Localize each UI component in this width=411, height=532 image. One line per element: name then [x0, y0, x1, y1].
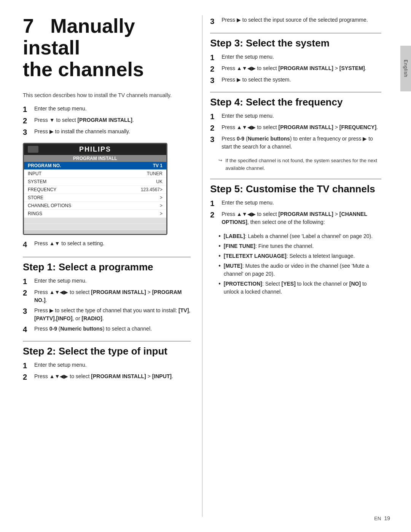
step5-bullets: • [LABEL]: Labels a channel (see 'Label …	[218, 232, 381, 296]
main-step-1-text: Enter the setup menu.	[34, 105, 87, 114]
step4-freq-item-1: 1 Enter the setup menu.	[210, 112, 381, 121]
step4-freq-text-3: Press 0-9 (Numeric buttons) to enter a f…	[221, 135, 381, 151]
tv-row-1: INPUT TUNER	[24, 169, 166, 177]
step3-text-1: Enter the setup menu.	[221, 53, 274, 62]
tv-row-0: PROGRAM NO. TV 1	[24, 162, 166, 170]
tv-row-4-label: STORE	[24, 193, 115, 201]
tv-row-2-label: SYSTEM	[24, 177, 115, 185]
tv-row-3-label: FREQUENCY	[24, 185, 115, 193]
step1-item-2: 2 Press ▲▼◀▶ to select [PROGRAM INSTALL]…	[23, 288, 191, 304]
tv-row-1-label: INPUT	[24, 169, 115, 177]
step-num-1: 1	[23, 105, 31, 114]
step5-heading: Step 5: Customise the TV channels	[210, 179, 381, 195]
step-num-2: 2	[23, 116, 31, 125]
intro-paragraph: This section describes how to install th…	[23, 91, 191, 99]
main-content: 7 Manually installthe channels This sect…	[0, 0, 400, 532]
step2-item-3: 3 Press ▶ to select the input source of …	[210, 17, 381, 26]
right-column: 3 Press ▶ to select the input source of …	[202, 15, 381, 517]
step1-heading: Step 1: Select a programme	[23, 257, 191, 273]
step4-note: ↪ If the specified channel is not found,…	[218, 157, 381, 172]
tv-row-4-value: >	[115, 193, 166, 201]
step5-bullet-5-text: [PROTECTION]: Select [YES] to lock the c…	[224, 280, 381, 296]
step5-text-2: Press ▲▼◀▶ to select [PROGRAM INSTALL] >…	[221, 210, 381, 226]
main-step-3-text: Press ▶ to install the channels manually…	[34, 128, 130, 137]
step1-item-4: 4 Press 0-9 (Numeric buttons) to select …	[23, 325, 191, 334]
step5-num-1: 1	[210, 199, 218, 208]
tv-header: PHILIPS	[24, 144, 166, 155]
tv-screen-mockup: PHILIPS PROGRAM INSTALL PROGRAM NO. TV 1…	[23, 143, 167, 235]
step1-list: 1 Enter the setup menu. 2 Press ▲▼◀▶ to …	[23, 277, 191, 334]
tv-icon	[28, 146, 38, 153]
step1-num-3: 3	[23, 307, 31, 323]
tv-empty-row-2	[24, 224, 166, 230]
step1-text-4: Press 0-9 (Numeric buttons) to select a …	[34, 325, 152, 334]
tv-row-0-label: PROGRAM NO.	[24, 162, 115, 170]
step2-num-2: 2	[23, 372, 31, 382]
tv-row-6-label: RINGS	[24, 209, 115, 217]
step4-note-text: If the specified channel is not found, t…	[225, 157, 381, 172]
main-step-2: 2 Press ▼ to select [PROGRAM INSTALL].	[23, 116, 191, 125]
step4-num: 4	[23, 240, 31, 249]
tv-brand: PHILIPS	[79, 145, 111, 153]
step5-item-1: 1 Enter the setup menu.	[210, 199, 381, 208]
step-num-3: 3	[23, 128, 31, 137]
chapter-number: 7	[23, 15, 34, 37]
step4-freq-num-1: 1	[210, 112, 218, 121]
tv-row-5-label: CHANNEL OPTIONS	[24, 201, 115, 209]
bullet-dot-1: •	[218, 232, 221, 240]
step2-list: 1 Enter the setup menu. 2 Press ▲▼◀▶ to …	[23, 361, 191, 382]
tv-row-1-value: TUNER	[115, 169, 166, 177]
step5-bullet-1: • [LABEL]: Labels a channel (see 'Label …	[218, 232, 381, 240]
bullet-dot-4: •	[218, 262, 221, 278]
step5-text-1: Enter the setup menu.	[221, 199, 274, 208]
language-tab-label: English	[403, 60, 408, 77]
step5-list: 1 Enter the setup menu. 2 Press ▲▼◀▶ to …	[210, 199, 381, 226]
step4-freq-text-1: Enter the setup menu.	[221, 112, 274, 121]
step3-heading: Step 3: Select the system	[210, 33, 381, 49]
step4-freq-item-2: 2 Press ▲▼◀▶ to select [PROGRAM INSTALL]…	[210, 123, 381, 133]
tv-row-4: STORE >	[24, 193, 166, 201]
step3-num-2: 2	[210, 64, 218, 73]
footer-lang: EN	[374, 516, 381, 521]
step5-num-2: 2	[210, 210, 218, 226]
step2-text-3: Press ▶ to select the input source of th…	[221, 17, 368, 23]
step5-bullet-5: • [PROTECTION]: Select [YES] to lock the…	[218, 280, 381, 296]
sub-arrow-icon: ↪	[218, 157, 222, 172]
step3-text-2: Press ▲▼◀▶ to select [PROGRAM INSTALL] >…	[221, 64, 366, 73]
step5-item-2: 2 Press ▲▼◀▶ to select [PROGRAM INSTALL]…	[210, 210, 381, 226]
step5-bullet-3: • [TELETEXT LANGUAGE]: Selects a teletex…	[218, 252, 381, 260]
tv-empty-row-1	[24, 217, 166, 224]
step4-item: 4 Press ▲▼ to select a setting.	[23, 240, 191, 249]
step1-text-2: Press ▲▼◀▶ to select [PROGRAM INSTALL] >…	[34, 288, 191, 304]
step2-num-3: 3	[210, 17, 218, 26]
step5-bullet-2-text: [FINE TUNE]: Fine tunes the channel.	[224, 242, 314, 250]
step2-item-2: 2 Press ▲▼◀▶ to select [PROGRAM INSTALL]…	[23, 372, 191, 382]
language-tab: English	[400, 46, 411, 91]
main-step-3: 3 Press ▶ to install the channels manual…	[23, 128, 191, 137]
step3-item-2: 2 Press ▲▼◀▶ to select [PROGRAM INSTALL]…	[210, 64, 381, 73]
main-step-2-text: Press ▼ to select [PROGRAM INSTALL].	[34, 116, 134, 125]
step1-text-3: Press ▶ to select the type of channel th…	[34, 307, 191, 323]
bullet-dot-3: •	[218, 252, 221, 260]
main-steps-list: 1 Enter the setup menu. 2 Press ▼ to sel…	[23, 105, 191, 137]
step1-num-1: 1	[23, 277, 31, 286]
step4-freq-num-3: 3	[210, 135, 218, 151]
page: English 7 Manually installthe channels T…	[0, 0, 411, 532]
tv-row-0-value: TV 1	[115, 162, 166, 170]
step5-bullet-1-text: [LABEL]: Labels a channel (see 'Label a …	[224, 232, 373, 240]
step1-num-4: 4	[23, 325, 31, 334]
step2-num-1: 1	[23, 361, 31, 370]
step4-heading: Step 4: Select the frequency	[210, 92, 381, 108]
tv-menu-table: PROGRAM NO. TV 1 INPUT TUNER SYSTEM UK F…	[24, 162, 166, 234]
step3-item-3: 3 Press ▶ to select the system.	[210, 76, 381, 85]
step3-list: 1 Enter the setup menu. 2 Press ▲▼◀▶ to …	[210, 53, 381, 85]
step3-text-3: Press ▶ to select the system.	[221, 76, 291, 85]
step4-container: 4 Press ▲▼ to select a setting.	[23, 240, 191, 249]
step3-num-1: 1	[210, 53, 218, 62]
step4-freq-num-2: 2	[210, 123, 218, 133]
step2-heading: Step 2: Select the type of input	[23, 341, 191, 357]
step5-bullet-4-text: [MUTE]: Mutes the audio or video in the …	[224, 262, 381, 278]
tv-row-6-value: >	[115, 209, 166, 217]
chapter-title: 7 Manually installthe channels	[23, 15, 191, 81]
tv-row-3: FREQUENCY 123.4567>	[24, 185, 166, 193]
